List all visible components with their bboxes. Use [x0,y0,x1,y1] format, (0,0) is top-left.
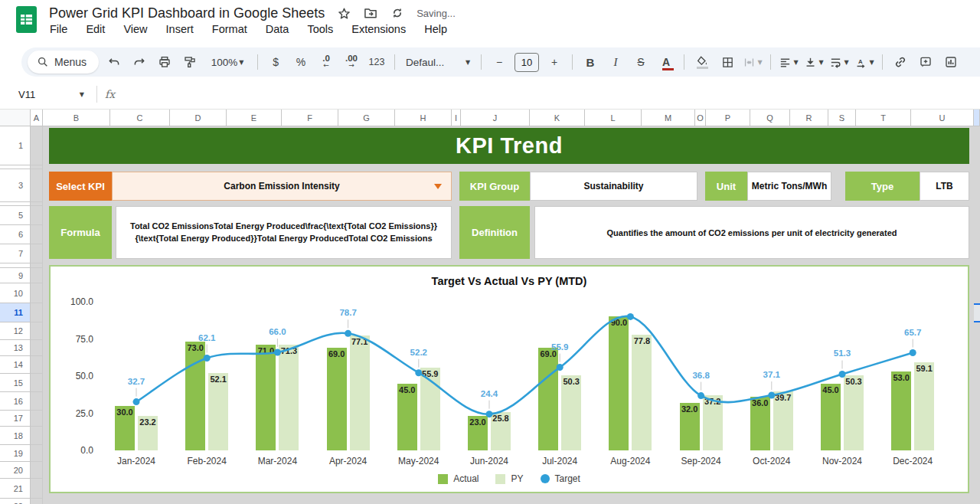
text-wrap-button[interactable]: ▼ [829,52,849,72]
text-color-button[interactable]: A [656,52,676,72]
strikethrough-button[interactable]: S [631,52,651,72]
column-header-H[interactable]: H [395,110,452,126]
star-icon[interactable] [336,5,351,21]
decrease-font-size-button[interactable]: − [489,52,509,72]
column-header-D[interactable]: D [170,110,227,126]
zoom-control[interactable]: 100%▼ [205,52,250,72]
active-cell-reference: V11 [18,89,35,100]
menu-item-format[interactable]: Format [210,22,250,36]
insert-comment-button[interactable] [916,52,936,72]
row-header-12[interactable]: 12 [0,322,31,340]
row-header-16[interactable]: 16 [0,392,31,411]
row-header-22[interactable]: 22 [0,499,31,504]
row-header-14[interactable]: 14 [0,356,31,374]
print-button[interactable] [155,52,175,72]
column-header-I[interactable]: I [452,110,461,126]
column-header-E[interactable]: E [227,110,282,126]
name-box[interactable]: V11 ▼ [14,89,89,100]
italic-button[interactable]: I [606,52,626,72]
column-header-M[interactable]: M [642,110,695,126]
label-py-Jul-2024: 50.3 [556,377,586,386]
column-header-B[interactable]: B [43,110,110,126]
menu-item-edit[interactable]: Edit [83,22,107,36]
column-header-P[interactable]: P [706,110,750,126]
column-header-F[interactable]: F [282,110,338,126]
font-family-selector[interactable]: Defaul...▼ [403,52,473,72]
menu-item-tools[interactable]: Tools [305,22,335,36]
column-header-J[interactable]: J [461,110,530,126]
row-header-7[interactable]: 7 [0,244,31,263]
gutter-cell [31,268,43,283]
increase-font-size-button[interactable]: + [544,52,564,72]
row-header-20[interactable]: 20 [0,462,31,479]
gutter-cell [31,126,43,165]
row-header-6[interactable]: 6 [0,225,31,244]
column-header-U[interactable]: U [911,110,974,126]
column-header-O[interactable]: O [695,110,706,126]
label-py-Oct-2024: 39.7 [768,393,799,402]
row-header-18[interactable]: 18 [0,427,31,445]
row-header-1[interactable]: 1 [0,126,31,165]
kpi-chart[interactable]: Target Vs Actual Vs PY (MTD) 100.075.050… [49,265,969,493]
font-size-input[interactable]: 10 [514,53,539,72]
text-rotation-button[interactable]: A ▼ [854,52,874,72]
column-header-L[interactable]: L [585,110,642,126]
toolbar: Menus 100%▼ $ % .0← .00→ 123 Defaul...▼ … [21,47,980,77]
toolbar-separator [394,54,395,70]
row-header-5[interactable]: 5 [0,206,31,225]
column-header-T[interactable]: T [856,110,911,126]
row-header-9[interactable]: 9 [0,268,31,283]
paint-format-button[interactable] [180,52,200,72]
vertical-align-button[interactable]: ▼ [804,52,824,72]
column-header-A[interactable]: A [31,110,43,126]
undo-button[interactable] [104,52,124,72]
menus-search-button[interactable]: Menus [28,51,99,74]
more-formats-button[interactable]: 123 [367,52,387,72]
increase-decimal-button[interactable]: .00→ [341,52,361,72]
bold-button[interactable]: B [580,52,600,72]
column-header-v[interactable] [974,110,980,126]
column-header-S[interactable]: S [828,110,856,126]
decrease-decimal-button[interactable]: .0← [316,52,336,72]
horizontal-align-button[interactable]: ▼ [779,52,799,72]
column-header-C[interactable]: C [110,110,170,126]
row-header-21[interactable]: 21 [0,479,31,499]
label-target-Oct-2024: 37.1 [755,370,789,379]
column-header-R[interactable]: R [790,110,828,126]
menu-item-extensions[interactable]: Extensions [349,22,408,36]
select-all-corner[interactable] [0,110,31,126]
menu-item-insert[interactable]: Insert [164,22,196,36]
menu-item-file[interactable]: File [47,22,70,36]
borders-button[interactable] [717,52,737,72]
toolbar-separator [481,54,482,70]
insert-link-button[interactable] [890,52,910,72]
row-header-17[interactable]: 17 [0,411,31,427]
row-header-15[interactable]: 15 [0,374,31,392]
format-currency-button[interactable]: $ [266,52,286,72]
column-header-G[interactable]: G [338,110,395,126]
menu-item-view[interactable]: View [121,22,149,36]
row-header-13[interactable]: 13 [0,340,31,356]
menu-item-data[interactable]: Data [263,22,292,36]
column-header-Q[interactable]: Q [750,110,790,126]
row-header-19[interactable]: 19 [0,445,31,462]
redo-button[interactable] [129,52,149,72]
bar-actual-Feb-2024 [185,342,205,450]
label-py-Nov-2024: 50.3 [838,377,869,386]
format-percent-button[interactable]: % [291,52,311,72]
column-header-K[interactable]: K [530,110,585,126]
kpi-select-dropdown[interactable]: Carbon Emission Intensity [112,172,452,201]
sheet-canvas[interactable]: KPI Trend Select KPI Carbon Emission Int… [31,126,980,504]
toolbar-separator [572,54,573,70]
menu-item-help[interactable]: Help [422,22,449,36]
row-header-3[interactable]: 3 [0,169,31,202]
toolbar-separator [882,54,883,70]
row-header-11[interactable]: 11 [0,303,31,322]
document-title[interactable]: Power Grid KPI Dashboard in Google Sheet… [49,5,325,21]
insert-chart-button[interactable] [941,52,961,72]
fill-color-button[interactable] [692,52,712,72]
row-header-10[interactable]: 10 [0,283,31,303]
move-folder-icon[interactable] [363,5,378,21]
sheets-logo-icon[interactable] [16,6,37,33]
label-target-Jun-2024: 24.4 [472,389,506,398]
